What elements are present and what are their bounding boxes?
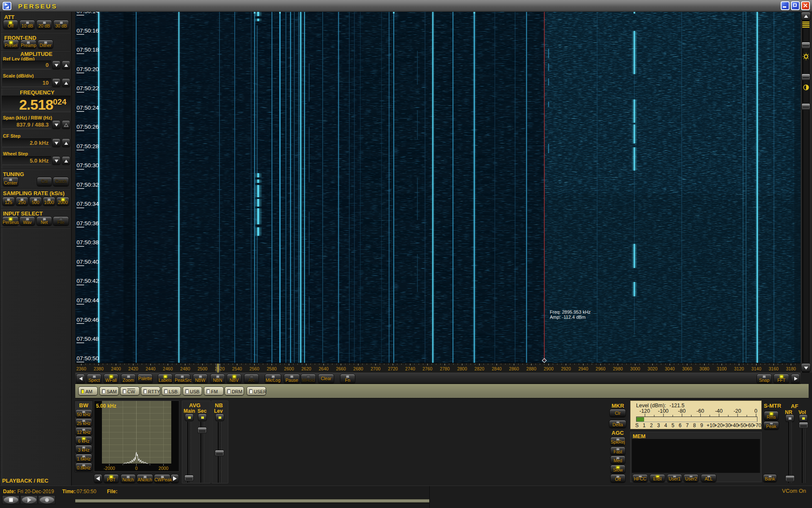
svg-text:07:50:38: 07:50:38 <box>77 239 99 246</box>
svg-text:2820: 2820 <box>475 366 485 371</box>
svg-text:-60: -60 <box>697 408 704 414</box>
svg-text:2360: 2360 <box>77 366 87 371</box>
svg-text:2640: 2640 <box>319 366 329 371</box>
svg-text:2940: 2940 <box>578 366 588 371</box>
svg-text:4: 4 <box>664 422 667 428</box>
svg-text:2760: 2760 <box>422 366 433 371</box>
svg-text:3080: 3080 <box>700 366 710 371</box>
svg-text:2960: 2960 <box>595 366 606 371</box>
svg-text:9: 9 <box>700 422 703 428</box>
svg-text:2680: 2680 <box>353 366 363 371</box>
svg-text:2460: 2460 <box>163 366 173 371</box>
svg-text:Amp: -112.4 dBm: Amp: -112.4 dBm <box>550 315 586 320</box>
svg-text:Freq: 2895.953 kHz: Freq: 2895.953 kHz <box>550 309 591 315</box>
svg-text:2800: 2800 <box>457 366 467 371</box>
svg-text:2740: 2740 <box>405 366 415 371</box>
svg-text:+70: +70 <box>753 422 761 428</box>
svg-text:07:50:26: 07:50:26 <box>77 124 99 130</box>
svg-text:07:50:16: 07:50:16 <box>77 28 99 34</box>
svg-text:-20: -20 <box>733 408 741 414</box>
svg-text:2580: 2580 <box>267 366 277 371</box>
svg-text:07:50:30: 07:50:30 <box>77 162 99 168</box>
svg-text:-100: -100 <box>658 408 669 414</box>
svg-text:3100: 3100 <box>717 366 727 371</box>
svg-text:3060: 3060 <box>682 366 692 371</box>
svg-text:5: 5 <box>672 422 675 428</box>
svg-text:2500: 2500 <box>198 366 208 371</box>
svg-text:3: 3 <box>657 422 660 428</box>
svg-text:2900: 2900 <box>544 366 554 371</box>
svg-text:Level (dBm):: Level (dBm): <box>636 403 666 409</box>
svg-text:07:50:28: 07:50:28 <box>77 143 99 149</box>
svg-text:2720: 2720 <box>388 366 398 371</box>
svg-text:07:50:32: 07:50:32 <box>77 182 99 188</box>
svg-text:3040: 3040 <box>665 366 675 371</box>
svg-text:5.00 kHz: 5.00 kHz <box>96 403 116 409</box>
svg-text:2880: 2880 <box>527 366 537 371</box>
svg-text:+20: +20 <box>714 422 723 428</box>
svg-text:2560: 2560 <box>250 366 260 371</box>
svg-text:07:50:22: 07:50:22 <box>77 85 99 91</box>
svg-text:07:50:46: 07:50:46 <box>77 317 99 323</box>
svg-text:2540: 2540 <box>232 366 242 371</box>
svg-text:-80: -80 <box>678 408 686 414</box>
svg-text:-120: -120 <box>639 408 650 414</box>
svg-text:2420: 2420 <box>128 366 138 371</box>
svg-text:07:50:44: 07:50:44 <box>77 297 99 304</box>
svg-text:-2000: -2000 <box>104 466 115 471</box>
svg-text:2480: 2480 <box>180 366 190 371</box>
svg-text:6: 6 <box>679 422 682 428</box>
svg-text:2: 2 <box>650 422 653 428</box>
svg-text:2980: 2980 <box>613 366 623 371</box>
svg-text:07:50:18: 07:50:18 <box>77 47 99 53</box>
svg-text:1: 1 <box>643 422 646 428</box>
svg-text:2440: 2440 <box>145 366 156 371</box>
svg-text:2700: 2700 <box>370 366 381 371</box>
svg-text:8: 8 <box>693 422 696 428</box>
svg-text:07:50:20: 07:50:20 <box>77 66 99 72</box>
svg-text:-121.5: -121.5 <box>669 403 684 409</box>
svg-text:0: 0 <box>754 408 757 414</box>
svg-text:7: 7 <box>686 422 689 428</box>
svg-text:07:50:48: 07:50:48 <box>77 336 99 342</box>
svg-text:2780: 2780 <box>440 366 450 371</box>
svg-text:3160: 3160 <box>769 366 779 371</box>
svg-text:07:50:34: 07:50:34 <box>77 201 99 207</box>
svg-text:2840: 2840 <box>492 366 502 371</box>
svg-text:0: 0 <box>135 466 138 471</box>
svg-text:2620: 2620 <box>302 366 312 371</box>
svg-text:07:50:40: 07:50:40 <box>77 259 99 265</box>
svg-text:3180: 3180 <box>786 366 796 371</box>
svg-text:2860: 2860 <box>509 366 519 371</box>
svg-text:2380: 2380 <box>93 366 104 371</box>
svg-text:3020: 3020 <box>647 366 658 371</box>
svg-text:3000: 3000 <box>630 366 640 371</box>
svg-text:2920: 2920 <box>561 366 571 371</box>
svg-text:3120: 3120 <box>734 366 744 371</box>
svg-text:-40: -40 <box>715 408 723 414</box>
svg-text:07:50:24: 07:50:24 <box>77 105 99 111</box>
svg-text:2400: 2400 <box>111 366 121 371</box>
svg-text:07:50:14: 07:50:14 <box>77 12 99 14</box>
svg-text:2600: 2600 <box>284 366 294 371</box>
svg-text:2000: 2000 <box>159 466 169 471</box>
svg-text:2660: 2660 <box>336 366 346 371</box>
svg-text:07:50:36: 07:50:36 <box>77 220 99 226</box>
svg-text:S: S <box>635 422 639 428</box>
svg-text:07:50:50: 07:50:50 <box>77 355 99 362</box>
svg-text:07:50:42: 07:50:42 <box>77 278 99 284</box>
svg-text:3140: 3140 <box>752 366 762 371</box>
